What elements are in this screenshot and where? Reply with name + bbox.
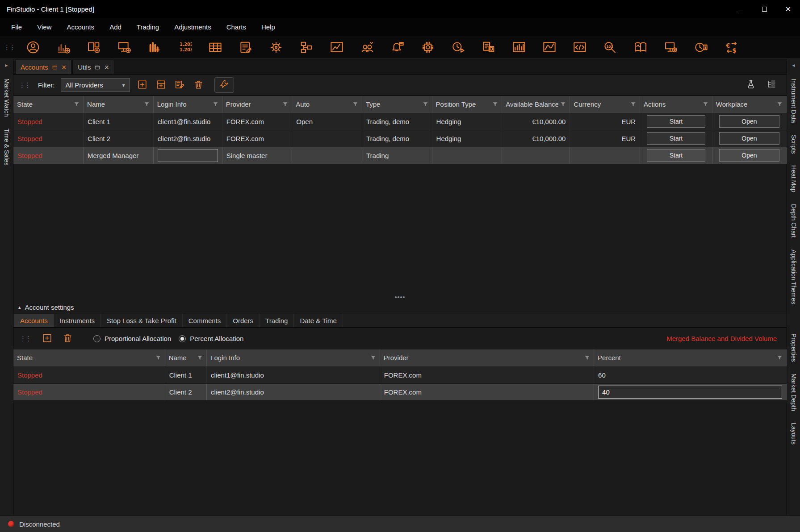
allocation-row-1[interactable]: StoppedClient 1client1@fin.studioFOREX.c… <box>13 366 787 383</box>
open-workplace-button[interactable]: Open <box>719 132 779 145</box>
account-row-1[interactable]: StoppedClient 1client1@fin.studioFOREX.c… <box>13 113 787 130</box>
billing-docs-button[interactable] <box>474 37 503 57</box>
terminal-settings-button[interactable] <box>656 37 685 57</box>
network-accounts-button[interactable] <box>352 37 381 57</box>
user-account-button[interactable] <box>18 37 47 57</box>
expand-rail-icon[interactable]: ▸ <box>5 62 8 68</box>
close-button[interactable]: × <box>776 0 800 18</box>
maximize-button[interactable] <box>753 0 776 18</box>
rail-item-properties[interactable]: Properties <box>790 328 797 367</box>
rail-item-application-themes[interactable]: Application Themes <box>790 245 797 309</box>
rail-item-market-depth[interactable]: Market Depth <box>790 369 797 416</box>
filter-funnel-icon[interactable] <box>560 101 566 107</box>
expand-rail-icon[interactable]: ◂ <box>792 62 795 68</box>
settings-tab-trading[interactable]: Trading <box>260 314 294 327</box>
menu-item-charts[interactable]: Charts <box>219 18 254 36</box>
scheduler-button[interactable] <box>444 37 473 57</box>
settings-tab-accounts[interactable]: Accounts <box>14 314 54 327</box>
start-button[interactable]: Start <box>647 115 705 128</box>
rail-item-heat-map[interactable]: Heat Map <box>790 160 797 197</box>
chart-add-button[interactable] <box>49 37 78 57</box>
column-header-available-balance[interactable]: Available Balance <box>502 96 570 113</box>
column-header-state[interactable]: State <box>13 349 165 366</box>
menu-item-adjustments[interactable]: Adjustments <box>167 18 219 36</box>
settings-gear-button[interactable] <box>261 37 290 57</box>
rail-item-instrument-data[interactable]: Instrument Data <box>790 74 797 128</box>
object-tree-button[interactable] <box>292 37 321 57</box>
menu-item-accounts[interactable]: Accounts <box>59 18 102 36</box>
toolbar-drag-handle[interactable]: ⋮⋮ <box>20 335 30 343</box>
workspace-add-button[interactable] <box>79 37 108 57</box>
edit-account-button[interactable] <box>173 78 186 92</box>
open-workplace-button[interactable]: Open <box>719 149 779 162</box>
column-header-provider[interactable]: Provider <box>380 349 594 366</box>
add-allocation-button[interactable] <box>41 332 54 346</box>
quote-board-button[interactable]: 1.203561.2035 <box>170 37 199 57</box>
column-header-provider[interactable]: Provider <box>222 96 292 113</box>
filter-funnel-icon[interactable] <box>144 101 150 107</box>
column-header-currency[interactable]: Currency <box>570 96 640 113</box>
histogram-add-button[interactable] <box>140 37 169 57</box>
data-grid-button[interactable] <box>201 37 230 57</box>
chart-panel-button[interactable] <box>322 37 351 57</box>
minimize-button[interactable] <box>729 0 753 18</box>
tab-accounts[interactable]: Accounts× <box>15 60 71 74</box>
journal-button[interactable] <box>626 37 655 57</box>
close-tab-icon[interactable]: × <box>104 63 109 71</box>
login-editor[interactable] <box>158 149 218 162</box>
allocation-row-2[interactable]: StoppedClient 2client2@fin.studioFOREX.c… <box>13 383 787 400</box>
account-row-3[interactable]: StoppedMerged ManagerSingle masterTradin… <box>13 147 787 164</box>
filter-funnel-icon[interactable] <box>74 101 80 107</box>
symbol-lookup-button[interactable]: 101 <box>595 37 624 57</box>
column-header-login-info[interactable]: Login Info <box>207 349 380 366</box>
settings-tab-stop-loss-take-profit[interactable]: Stop Loss & Take Profit <box>101 314 183 327</box>
column-header-percent[interactable]: Percent <box>594 349 787 366</box>
menu-item-help[interactable]: Help <box>254 18 283 36</box>
line-chart-button[interactable] <box>535 37 564 57</box>
algo-engine-button[interactable] <box>413 37 442 57</box>
start-button[interactable]: Start <box>647 132 705 145</box>
filter-funnel-icon[interactable] <box>423 101 428 107</box>
column-header-state[interactable]: State <box>13 96 84 113</box>
tree-view-button[interactable] <box>765 78 778 92</box>
filter-funnel-icon[interactable] <box>197 355 203 361</box>
column-header-workplace[interactable]: Workplace <box>712 96 786 113</box>
volume-chart-button[interactable] <box>504 37 533 57</box>
filter-funnel-icon[interactable] <box>492 101 498 107</box>
settings-tab-comments[interactable]: Comments <box>183 314 227 327</box>
column-header-name[interactable]: Name <box>165 349 206 366</box>
menu-item-view[interactable]: View <box>29 18 59 36</box>
filter-funnel-icon[interactable] <box>584 355 590 361</box>
open-workplace-button[interactable]: Open <box>719 115 779 128</box>
rail-item-layouts[interactable]: Layouts <box>790 418 797 449</box>
settings-tab-date-time[interactable]: Date & Time <box>294 314 343 327</box>
filter-funnel-icon[interactable] <box>155 355 161 361</box>
filter-funnel-icon[interactable] <box>352 101 358 107</box>
tab-utils[interactable]: Utils× <box>72 60 114 74</box>
delete-account-button[interactable] <box>192 78 205 92</box>
alerts-button[interactable] <box>383 37 412 57</box>
add-account-button[interactable] <box>136 78 149 92</box>
settings-tab-orders[interactable]: Orders <box>227 314 260 327</box>
currency-converter-button[interactable]: €$ <box>717 37 746 57</box>
menu-item-file[interactable]: File <box>4 18 29 36</box>
filter-funnel-icon[interactable] <box>370 355 376 361</box>
account-settings-header[interactable]: ▴ Account settings <box>13 300 787 314</box>
provider-filter-dropdown[interactable]: All Providers ▾ <box>61 78 130 92</box>
start-button[interactable]: Start <box>647 149 705 162</box>
rail-item-scripts[interactable]: Scripts <box>790 130 797 159</box>
filter-funnel-icon[interactable] <box>630 101 636 107</box>
filter-funnel-icon[interactable] <box>213 101 218 107</box>
column-header-actions[interactable]: Actions <box>640 96 712 113</box>
filter-funnel-icon[interactable] <box>282 101 288 107</box>
column-header-login-info[interactable]: Login Info <box>153 96 222 113</box>
code-editor-button[interactable] <box>565 37 594 57</box>
toolbar-drag-handle[interactable]: ⋮⋮ <box>4 43 14 51</box>
account-row-2[interactable]: StoppedClient 2client2@fin.studioFOREX.c… <box>13 130 787 147</box>
menu-item-trading[interactable]: Trading <box>129 18 167 36</box>
settings-tab-instruments[interactable]: Instruments <box>54 314 101 327</box>
filter-funnel-icon[interactable] <box>777 355 783 361</box>
rail-item-depth-chart[interactable]: Depth Chart <box>790 199 797 242</box>
percent-editor[interactable]: 40 <box>598 386 782 399</box>
column-header-type[interactable]: Type <box>362 96 432 113</box>
